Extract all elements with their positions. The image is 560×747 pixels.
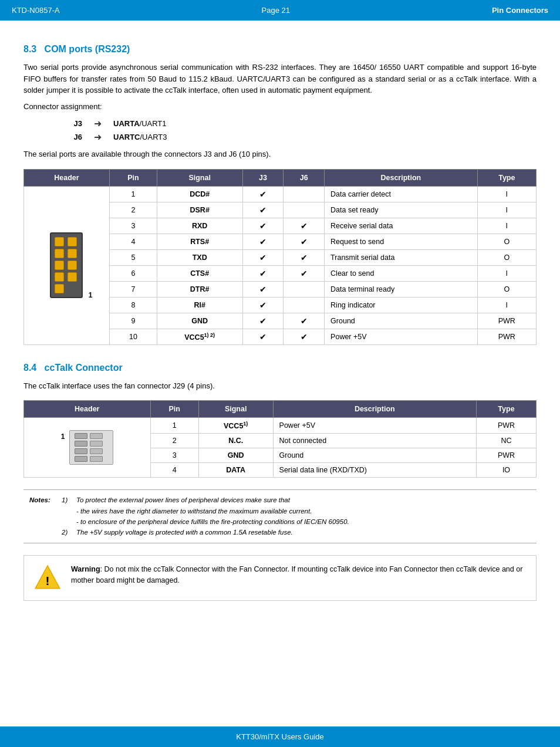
description-cell: Data set ready (325, 202, 478, 218)
connector-j6-name: UARTC/UART3 (113, 133, 167, 141)
table-row: 1 1DCD#✔Data carrier detectI (24, 186, 537, 202)
j6-cell: ✔ (284, 313, 325, 329)
description-cell: Not connected (273, 434, 476, 448)
type-cell: NC (476, 434, 536, 448)
pin-cell: 10 (109, 329, 157, 344)
description-cell: Serial data line (RXD/TXD) (273, 463, 476, 478)
j3-cell: ✔ (242, 329, 284, 344)
type-cell: O (477, 281, 536, 297)
type-cell: PWR (477, 329, 536, 344)
table-row: 1 (24, 418, 537, 434)
th-pin-84: Pin (150, 401, 198, 418)
connector-j6-id: J6 (59, 133, 82, 141)
note-1-text: To protect the external power lines of p… (76, 495, 531, 527)
type-cell: O (477, 249, 536, 265)
j6-cell: ✔ (284, 249, 325, 265)
th-j6: J6 (284, 169, 325, 186)
pin-cell: 2 (150, 434, 198, 448)
pin-cell: 7 (109, 281, 157, 297)
pin-cell: 4 (150, 463, 198, 478)
signal-cell: RXD (157, 218, 242, 234)
com-ports-table: Header Pin Signal J3 J6 Description Type (23, 169, 537, 345)
pin-cell: 5 (109, 249, 157, 265)
th-description-84: Description (273, 401, 476, 418)
signal-cell: DTR# (157, 281, 242, 297)
warning-box: ! Warning: Do not mix the ccTalk Connect… (23, 555, 537, 601)
description-cell: Clear to send (325, 265, 478, 281)
j6-cell: ✔ (284, 329, 325, 344)
type-cell: I (477, 218, 536, 234)
connector-j6-arrow: ➜ (94, 131, 102, 143)
signal-cell: DSR# (157, 202, 242, 218)
note-1-row: Notes: 1) To protect the external power … (29, 495, 531, 527)
note-2-num: 2) (62, 527, 76, 538)
type-cell: I (477, 297, 536, 313)
description-cell: Ground (273, 448, 476, 463)
connector-j3-arrow: ➜ (94, 118, 102, 129)
warning-body: : Do not mix the ccTalk Connector with t… (71, 565, 522, 584)
j3-cell: ✔ (242, 281, 284, 297)
signal-cell: N.C. (198, 434, 273, 448)
signal-cell: GND (157, 313, 242, 329)
section-83-heading: 8.3 COM ports (RS232) (23, 44, 537, 55)
signal-cell: RI# (157, 297, 242, 313)
pin-cell: 6 (109, 265, 157, 281)
th-header: Header (24, 169, 110, 186)
j6-cell (284, 297, 325, 313)
pin-cell: 1 (109, 186, 157, 202)
j6-cell (284, 202, 325, 218)
description-cell: Ground (325, 313, 478, 329)
section-84-para1: The ccTalk interface uses the fan connec… (23, 380, 537, 392)
description-cell: Transmit serial data (325, 249, 478, 265)
j6-cell: ✔ (284, 234, 325, 249)
type-cell: I (477, 202, 536, 218)
header-section-title: Pin Connectors (492, 6, 548, 15)
signal-cell: DCD# (157, 186, 242, 202)
connector-assignment-table: J3 ➜ UARTA/UART1 J6 ➜ UARTC/UART3 (59, 118, 537, 143)
signal-cell: RTS# (157, 234, 242, 249)
j3-cell: ✔ (242, 234, 284, 249)
pin-cell: 3 (150, 448, 198, 463)
th-signal: Signal (157, 169, 242, 186)
description-cell: Ring indicator (325, 297, 478, 313)
j3-cell: ✔ (242, 202, 284, 218)
description-cell: Data terminal ready (325, 281, 478, 297)
pin-cell: 9 (109, 313, 157, 329)
notes-box: Notes: 1) To protect the external power … (23, 489, 537, 543)
pin-cell: 1 (150, 418, 198, 434)
footer-text: KTT30/mITX Users Guide (236, 732, 324, 741)
signal-cell: TXD (157, 249, 242, 265)
connector-row-j3: J3 ➜ UARTA/UART1 (59, 118, 537, 129)
type-cell: I (477, 186, 536, 202)
type-cell: IO (476, 463, 536, 478)
connector-assignment-label: Connector assignment: (23, 101, 537, 113)
connector-j3-name: UARTA/UART1 (113, 119, 167, 128)
th-description: Description (325, 169, 478, 186)
j3-cell: ✔ (242, 186, 284, 202)
j6-cell: ✔ (284, 265, 325, 281)
type-cell: PWR (477, 313, 536, 329)
pin-cell: 3 (109, 218, 157, 234)
doc-id: KTD-N0857-A (12, 6, 60, 15)
connector-image-cell: 1 (24, 186, 110, 344)
signal-cell: VCC51) (198, 418, 273, 434)
description-cell: Data carrier detect (325, 186, 478, 202)
j3-cell: ✔ (242, 218, 284, 234)
warning-icon: ! (33, 564, 62, 592)
signal-cell: VCC51) 2) (157, 329, 242, 344)
section-83-para1: Two serial ports provide asynchronous se… (23, 62, 537, 96)
th-type: Type (477, 169, 536, 186)
header-bar: KTD-N0857-A Page 21 Pin Connectors (0, 0, 560, 21)
type-cell: PWR (476, 418, 536, 434)
serial-ports-note: The serial ports are available through t… (23, 148, 537, 160)
page-number: Page 21 (262, 6, 290, 15)
notes-label: Notes: (29, 495, 62, 527)
signal-cell: DATA (198, 463, 273, 478)
signal-cell: GND (198, 448, 273, 463)
warning-label: Warning (71, 565, 100, 573)
th-signal-84: Signal (198, 401, 273, 418)
pin-cell: 8 (109, 297, 157, 313)
j6-cell (284, 281, 325, 297)
connector-j3-id: J3 (59, 119, 82, 128)
note-2-row: 2) The +5V supply voltage is protected w… (29, 527, 531, 538)
